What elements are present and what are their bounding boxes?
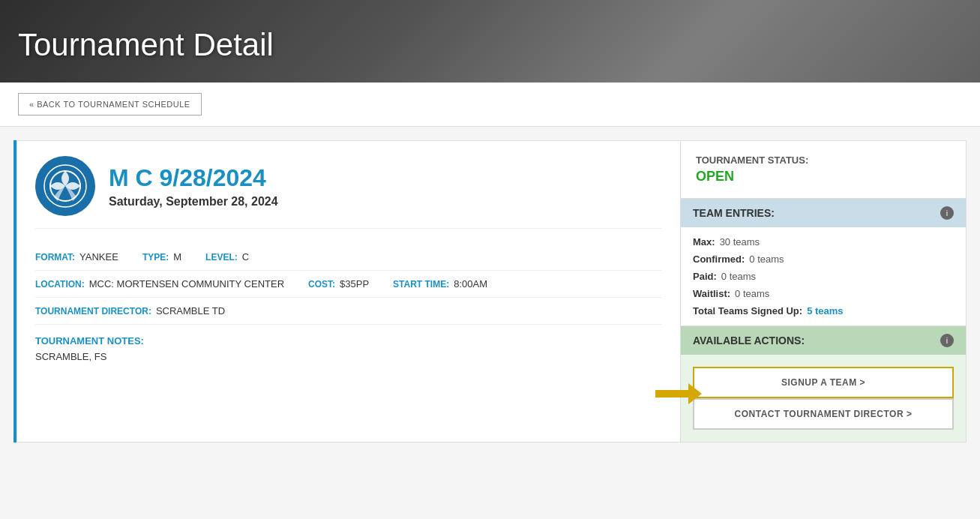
start-time-group: START TIME: 8:00AM	[393, 278, 487, 290]
arrow-body	[655, 390, 688, 398]
back-button[interactable]: « BACK TO TOURNAMENT SCHEDULE	[18, 93, 202, 116]
arrow-head	[688, 383, 702, 404]
waitlist-entry: Waitlist: 0 teams	[693, 288, 954, 299]
page-title: Tournament Detail	[0, 15, 292, 75]
notes-text: SCRAMBLE, FS	[35, 351, 662, 362]
director-group: TOURNAMENT DIRECTOR: SCRAMBLE TD	[35, 305, 225, 316]
tournament-date: Saturday, September 28, 2024	[109, 195, 278, 208]
total-label: Total Teams Signed Up:	[693, 305, 802, 316]
tournament-logo	[35, 156, 95, 216]
paid-entry: Paid: 0 teams	[693, 271, 954, 282]
tournament-title-block: M C 9/28/2024 Saturday, September 28, 20…	[109, 164, 278, 208]
status-label: TOURNAMENT STATUS:	[696, 154, 951, 166]
director-row: TOURNAMENT DIRECTOR: SCRAMBLE TD	[35, 298, 662, 325]
total-entry: Total Teams Signed Up: 5 teams	[693, 305, 954, 316]
logo-svg	[43, 164, 88, 208]
team-entries-title: TEAM ENTRIES:	[693, 207, 775, 219]
format-row: FORMAT: YANKEE TYPE: M LEVEL: C	[35, 244, 662, 271]
team-entries-info-icon[interactable]: i	[940, 206, 954, 220]
start-time-value: 8:00AM	[454, 278, 487, 290]
director-label: TOURNAMENT DIRECTOR:	[35, 306, 151, 316]
paid-value: 0 teams	[721, 271, 756, 282]
confirmed-value: 0 teams	[749, 254, 784, 265]
type-label: TYPE:	[142, 252, 169, 262]
actions-title: AVAILABLE ACTIONS:	[693, 334, 805, 346]
waitlist-label: Waitlist:	[693, 288, 730, 299]
left-panel: M C 9/28/2024 Saturday, September 28, 20…	[17, 141, 681, 442]
notes-title: TOURNAMENT NOTES:	[35, 335, 662, 346]
signup-team-button[interactable]: SIGNUP A TEAM >	[693, 367, 954, 398]
cost-group: COST: $35PP	[308, 278, 369, 290]
team-entries-header: TEAM ENTRIES: i	[681, 199, 966, 227]
actions-header: AVAILABLE ACTIONS: i	[681, 326, 966, 355]
format-group: FORMAT: YANKEE	[35, 251, 118, 262]
status-value: OPEN	[696, 169, 951, 184]
confirmed-entry: Confirmed: 0 teams	[693, 254, 954, 265]
level-group: LEVEL: C	[205, 251, 249, 262]
tournament-header: M C 9/28/2024 Saturday, September 28, 20…	[35, 156, 662, 229]
max-label: Max:	[693, 236, 715, 248]
right-panel: TOURNAMENT STATUS: OPEN TEAM ENTRIES: i …	[681, 141, 966, 442]
location-group: LOCATION: MCC: MORTENSEN COMMUNITY CENTE…	[35, 278, 284, 290]
level-label: LEVEL:	[205, 252, 238, 262]
content-wrapper: M C 9/28/2024 Saturday, September 28, 20…	[13, 140, 967, 442]
location-value: MCC: MORTENSEN COMMUNITY CENTER	[89, 278, 284, 290]
status-section: TOURNAMENT STATUS: OPEN	[681, 141, 966, 199]
tournament-name: M C 9/28/2024	[109, 164, 278, 192]
arrow-indicator	[655, 383, 702, 404]
director-value: SCRAMBLE TD	[156, 305, 225, 316]
level-value: C	[242, 251, 249, 262]
location-label: LOCATION:	[35, 279, 85, 290]
location-row: LOCATION: MCC: MORTENSEN COMMUNITY CENTE…	[35, 271, 662, 298]
paid-label: Paid:	[693, 271, 717, 282]
back-bar: « BACK TO TOURNAMENT SCHEDULE	[0, 82, 980, 127]
actions-body: SIGNUP A TEAM > CONTACT TOURNAMENT DIREC…	[681, 355, 966, 442]
cost-label: COST:	[308, 279, 335, 290]
signup-row: SIGNUP A TEAM >	[693, 367, 954, 398]
waitlist-value: 0 teams	[735, 288, 769, 299]
actions-info-icon[interactable]: i	[940, 334, 954, 347]
type-group: TYPE: M	[142, 251, 181, 262]
team-entries-body: Max: 30 teams Confirmed: 0 teams Paid: 0…	[681, 227, 966, 326]
cost-value: $35PP	[340, 278, 369, 290]
notes-section: TOURNAMENT NOTES: SCRAMBLE, FS	[35, 325, 662, 373]
type-value: M	[173, 251, 181, 262]
total-value: 5 teams	[807, 305, 843, 316]
max-value: 30 teams	[720, 236, 760, 248]
start-time-label: START TIME:	[393, 279, 449, 290]
actions-section: AVAILABLE ACTIONS: i SIGNUP A TEAM > CON…	[681, 326, 966, 442]
contact-director-button[interactable]: CONTACT TOURNAMENT DIRECTOR >	[693, 398, 954, 430]
main-layout: M C 9/28/2024 Saturday, September 28, 20…	[16, 140, 967, 442]
format-value: YANKEE	[79, 251, 118, 262]
format-label: FORMAT:	[35, 252, 75, 262]
confirmed-label: Confirmed:	[693, 254, 745, 265]
hero-banner: Tournament Detail	[0, 0, 980, 82]
max-entry: Max: 30 teams	[693, 236, 954, 248]
